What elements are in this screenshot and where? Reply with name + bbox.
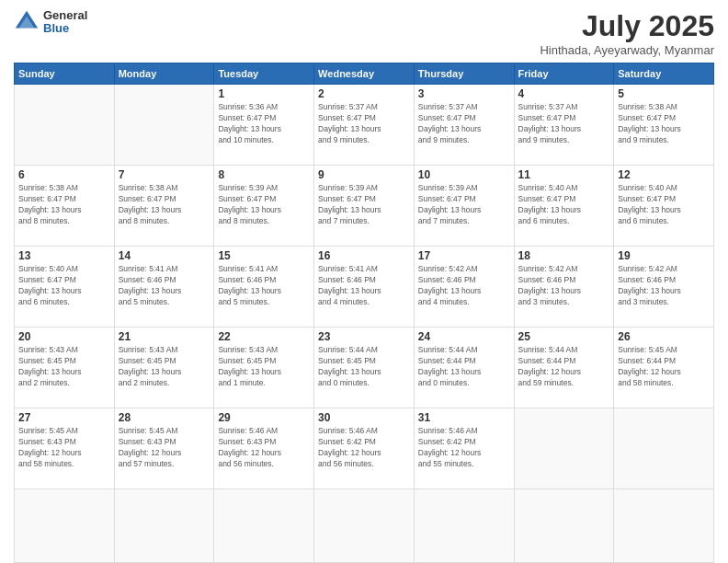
day-detail: Sunrise: 5:40 AM Sunset: 6:47 PM Dayligh… — [518, 183, 610, 227]
day-number: 20 — [18, 330, 110, 343]
calendar-cell: 17Sunrise: 5:42 AM Sunset: 6:46 PM Dayli… — [414, 247, 514, 327]
calendar-cell: 12Sunrise: 5:40 AM Sunset: 6:47 PM Dayli… — [614, 166, 714, 247]
calendar-cell: 15Sunrise: 5:41 AM Sunset: 6:46 PM Dayli… — [214, 247, 314, 327]
weekday-header: Monday — [114, 63, 214, 85]
day-number: 3 — [418, 87, 510, 100]
day-number: 17 — [418, 249, 510, 262]
header: General Blue July 2025 Hinthada, Ayeyarw… — [14, 9, 714, 57]
weekday-header: Tuesday — [214, 63, 314, 85]
calendar-row: 1Sunrise: 5:36 AM Sunset: 6:47 PM Daylig… — [15, 85, 714, 166]
logo-blue: Blue — [43, 22, 87, 35]
calendar-cell: 16Sunrise: 5:41 AM Sunset: 6:46 PM Dayli… — [314, 247, 415, 327]
calendar: SundayMondayTuesdayWednesdayThursdayFrid… — [14, 63, 714, 563]
day-detail: Sunrise: 5:46 AM Sunset: 6:42 PM Dayligh… — [318, 426, 410, 470]
day-detail: Sunrise: 5:39 AM Sunset: 6:47 PM Dayligh… — [418, 183, 510, 227]
day-number: 21 — [119, 330, 210, 343]
weekday-header-row: SundayMondayTuesdayWednesdayThursdayFrid… — [15, 63, 714, 85]
calendar-cell: 24Sunrise: 5:44 AM Sunset: 6:44 PM Dayli… — [414, 327, 514, 408]
day-detail: Sunrise: 5:38 AM Sunset: 6:47 PM Dayligh… — [618, 102, 710, 146]
day-number: 31 — [418, 411, 510, 424]
day-number: 30 — [318, 411, 410, 424]
calendar-cell — [214, 489, 314, 563]
weekday-header: Wednesday — [314, 63, 415, 85]
day-number: 10 — [418, 168, 510, 181]
day-number: 15 — [218, 249, 310, 262]
weekday-header: Saturday — [614, 63, 714, 85]
day-number: 25 — [518, 330, 610, 343]
day-detail: Sunrise: 5:42 AM Sunset: 6:46 PM Dayligh… — [518, 264, 610, 308]
calendar-row: 27Sunrise: 5:45 AM Sunset: 6:43 PM Dayli… — [15, 408, 714, 489]
calendar-cell: 18Sunrise: 5:42 AM Sunset: 6:46 PM Dayli… — [514, 247, 614, 327]
day-number: 7 — [119, 168, 210, 181]
logo-general: General — [43, 9, 87, 22]
calendar-cell: 10Sunrise: 5:39 AM Sunset: 6:47 PM Dayli… — [414, 166, 514, 247]
logo: General Blue — [14, 9, 87, 36]
day-number: 14 — [119, 249, 210, 262]
location-title: Hinthada, Ayeyarwady, Myanmar — [540, 43, 714, 57]
day-detail: Sunrise: 5:44 AM Sunset: 6:44 PM Dayligh… — [418, 345, 510, 389]
day-number: 29 — [218, 411, 310, 424]
day-detail: Sunrise: 5:44 AM Sunset: 6:44 PM Dayligh… — [518, 345, 610, 389]
calendar-cell — [614, 489, 714, 563]
calendar-cell: 30Sunrise: 5:46 AM Sunset: 6:42 PM Dayli… — [314, 408, 415, 489]
calendar-cell — [514, 489, 614, 563]
weekday-header: Friday — [514, 63, 614, 85]
calendar-cell: 4Sunrise: 5:37 AM Sunset: 6:47 PM Daylig… — [514, 85, 614, 166]
day-detail: Sunrise: 5:41 AM Sunset: 6:46 PM Dayligh… — [119, 264, 210, 308]
calendar-row — [15, 489, 714, 563]
day-detail: Sunrise: 5:41 AM Sunset: 6:46 PM Dayligh… — [218, 264, 310, 308]
day-detail: Sunrise: 5:45 AM Sunset: 6:44 PM Dayligh… — [618, 345, 710, 389]
day-number: 24 — [418, 330, 510, 343]
day-number: 18 — [518, 249, 610, 262]
day-number: 4 — [518, 87, 610, 100]
day-number: 11 — [518, 168, 610, 181]
day-detail: Sunrise: 5:37 AM Sunset: 6:47 PM Dayligh… — [418, 102, 510, 146]
day-detail: Sunrise: 5:37 AM Sunset: 6:47 PM Dayligh… — [318, 102, 410, 146]
calendar-cell: 11Sunrise: 5:40 AM Sunset: 6:47 PM Dayli… — [514, 166, 614, 247]
page: General Blue July 2025 Hinthada, Ayeyarw… — [0, 0, 728, 563]
calendar-cell — [15, 489, 115, 563]
calendar-cell: 27Sunrise: 5:45 AM Sunset: 6:43 PM Dayli… — [15, 408, 115, 489]
day-detail: Sunrise: 5:42 AM Sunset: 6:46 PM Dayligh… — [418, 264, 510, 308]
calendar-cell — [614, 408, 714, 489]
day-detail: Sunrise: 5:39 AM Sunset: 6:47 PM Dayligh… — [318, 183, 410, 227]
day-number: 23 — [318, 330, 410, 343]
day-number: 28 — [119, 411, 210, 424]
day-detail: Sunrise: 5:44 AM Sunset: 6:45 PM Dayligh… — [318, 345, 410, 389]
day-number: 13 — [18, 249, 110, 262]
calendar-cell — [15, 85, 115, 166]
calendar-cell: 22Sunrise: 5:43 AM Sunset: 6:45 PM Dayli… — [214, 327, 314, 408]
calendar-row: 6Sunrise: 5:38 AM Sunset: 6:47 PM Daylig… — [15, 166, 714, 247]
day-detail: Sunrise: 5:40 AM Sunset: 6:47 PM Dayligh… — [618, 183, 710, 227]
day-detail: Sunrise: 5:45 AM Sunset: 6:43 PM Dayligh… — [18, 426, 110, 470]
calendar-cell: 26Sunrise: 5:45 AM Sunset: 6:44 PM Dayli… — [614, 327, 714, 408]
title-section: July 2025 Hinthada, Ayeyarwady, Myanmar — [540, 9, 714, 57]
day-detail: Sunrise: 5:43 AM Sunset: 6:45 PM Dayligh… — [218, 345, 310, 389]
calendar-cell — [414, 489, 514, 563]
day-detail: Sunrise: 5:46 AM Sunset: 6:43 PM Dayligh… — [218, 426, 310, 470]
calendar-cell: 6Sunrise: 5:38 AM Sunset: 6:47 PM Daylig… — [15, 166, 115, 247]
day-detail: Sunrise: 5:42 AM Sunset: 6:46 PM Dayligh… — [618, 264, 710, 308]
calendar-cell: 23Sunrise: 5:44 AM Sunset: 6:45 PM Dayli… — [314, 327, 415, 408]
day-detail: Sunrise: 5:41 AM Sunset: 6:46 PM Dayligh… — [318, 264, 410, 308]
day-number: 6 — [18, 168, 110, 181]
day-detail: Sunrise: 5:45 AM Sunset: 6:43 PM Dayligh… — [119, 426, 210, 470]
calendar-cell: 25Sunrise: 5:44 AM Sunset: 6:44 PM Dayli… — [514, 327, 614, 408]
day-detail: Sunrise: 5:38 AM Sunset: 6:47 PM Dayligh… — [119, 183, 210, 227]
logo-icon — [14, 9, 40, 35]
calendar-cell: 20Sunrise: 5:43 AM Sunset: 6:45 PM Dayli… — [15, 327, 115, 408]
day-detail: Sunrise: 5:46 AM Sunset: 6:42 PM Dayligh… — [418, 426, 510, 470]
day-detail: Sunrise: 5:36 AM Sunset: 6:47 PM Dayligh… — [218, 102, 310, 146]
calendar-cell: 3Sunrise: 5:37 AM Sunset: 6:47 PM Daylig… — [414, 85, 514, 166]
calendar-cell: 9Sunrise: 5:39 AM Sunset: 6:47 PM Daylig… — [314, 166, 415, 247]
day-detail: Sunrise: 5:43 AM Sunset: 6:45 PM Dayligh… — [18, 345, 110, 389]
calendar-cell: 2Sunrise: 5:37 AM Sunset: 6:47 PM Daylig… — [314, 85, 415, 166]
day-detail: Sunrise: 5:37 AM Sunset: 6:47 PM Dayligh… — [518, 102, 610, 146]
weekday-header: Sunday — [15, 63, 115, 85]
day-number: 27 — [18, 411, 110, 424]
calendar-cell: 19Sunrise: 5:42 AM Sunset: 6:46 PM Dayli… — [614, 247, 714, 327]
month-title: July 2025 — [540, 9, 714, 43]
calendar-cell: 31Sunrise: 5:46 AM Sunset: 6:42 PM Dayli… — [414, 408, 514, 489]
day-detail: Sunrise: 5:38 AM Sunset: 6:47 PM Dayligh… — [18, 183, 110, 227]
weekday-header: Thursday — [414, 63, 514, 85]
